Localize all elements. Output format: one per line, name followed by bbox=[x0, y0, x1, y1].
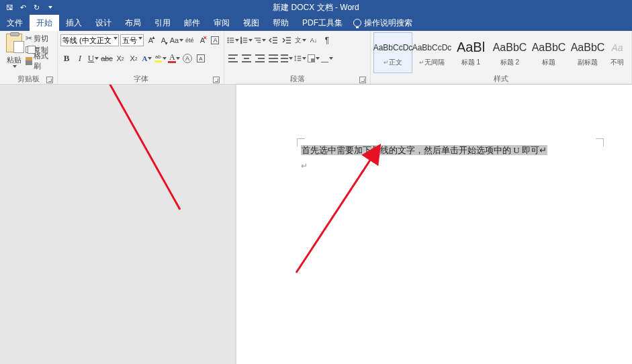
style-preview: Aa bbox=[611, 39, 623, 56]
style-name: 标题 2 bbox=[500, 58, 519, 67]
font-size-combo[interactable]: 五号 bbox=[120, 34, 143, 46]
distributed-button[interactable] bbox=[281, 52, 293, 64]
format-painter-label: 格式刷 bbox=[34, 51, 54, 71]
group-font: 等线 (中文正文 五号 A▲ A▼ Aa été A✕ A B I U abc … bbox=[58, 31, 224, 84]
grow-font-button[interactable]: A▲ bbox=[145, 34, 156, 46]
sort-button[interactable]: A↓ bbox=[308, 34, 320, 46]
group-paragraph-label: 段落 bbox=[290, 74, 305, 84]
svg-point-2 bbox=[228, 40, 229, 41]
style-preview: AaBbCcDc bbox=[412, 39, 452, 56]
svg-text:3: 3 bbox=[240, 41, 242, 44]
justify-button[interactable] bbox=[267, 52, 279, 64]
style-gallery[interactable]: AaBbCcDc ↵正文 AaBbCcDc ↵无间隔 AaBl 标题 1 AaB… bbox=[373, 32, 629, 73]
document-line-2[interactable]: ↵ bbox=[301, 161, 600, 171]
document-workspace: 首先选中需要加下划线的文字，然后单击开始选项中的 U 即可↵ ↵ bbox=[0, 85, 632, 364]
subscript-button[interactable]: X2 bbox=[114, 52, 126, 64]
redo-icon[interactable]: ↻ bbox=[31, 2, 42, 13]
align-center-button[interactable] bbox=[240, 52, 253, 64]
quick-access-toolbar: 🖫 ↶ ↻ bbox=[0, 2, 55, 13]
paste-button[interactable]: 粘贴 bbox=[3, 32, 26, 73]
highlight-icon bbox=[154, 54, 162, 62]
copy-icon bbox=[26, 46, 32, 53]
paste-icon bbox=[6, 34, 22, 52]
show-hide-button[interactable]: ¶ bbox=[321, 34, 333, 46]
multilevel-list-button[interactable] bbox=[254, 34, 266, 46]
style-name: 副标题 bbox=[578, 58, 598, 67]
style-name: 不明 bbox=[611, 58, 624, 67]
align-right-button[interactable] bbox=[254, 52, 266, 64]
tab-home[interactable]: 开始 bbox=[30, 15, 59, 31]
tab-design[interactable]: 设计 bbox=[89, 15, 118, 31]
increase-indent-button[interactable] bbox=[281, 34, 293, 46]
line-spacing-button[interactable] bbox=[294, 52, 306, 64]
character-shading-button[interactable]: A bbox=[181, 52, 193, 64]
tab-help[interactable]: 帮助 bbox=[266, 15, 296, 31]
italic-button[interactable]: I bbox=[74, 52, 86, 64]
document-line-1[interactable]: 首先选中需要加下划线的文字，然后单击开始选项中的 U 即可↵ bbox=[301, 144, 600, 157]
style-normal[interactable]: AaBbCcDc ↵正文 bbox=[373, 32, 412, 73]
tab-mailings[interactable]: 邮件 bbox=[177, 15, 207, 31]
bullets-button[interactable] bbox=[227, 34, 239, 46]
shrink-font-button[interactable]: A▼ bbox=[158, 34, 169, 46]
font-name-combo[interactable]: 等线 (中文正文 bbox=[60, 34, 119, 46]
tell-me-search[interactable]: 操作说明搜索 bbox=[349, 15, 412, 31]
borders-button[interactable] bbox=[321, 52, 333, 64]
style-preview: AaBl bbox=[457, 39, 485, 56]
style-heading1[interactable]: AaBl 标题 1 bbox=[451, 32, 490, 73]
asian-layout-button[interactable]: 文 bbox=[294, 34, 306, 46]
tab-references[interactable]: 引用 bbox=[148, 15, 177, 31]
svg-point-4 bbox=[228, 42, 229, 43]
clear-formatting-button[interactable]: A✕ bbox=[197, 34, 208, 46]
shading-button[interactable] bbox=[308, 52, 320, 64]
tab-review[interactable]: 审阅 bbox=[207, 15, 236, 31]
style-preview: AaBbC bbox=[532, 39, 566, 56]
cut-button[interactable]: ✂剪切 bbox=[26, 33, 54, 44]
document-page[interactable]: 首先选中需要加下划线的文字，然后单击开始选项中的 U 即可↵ ↵ bbox=[236, 85, 632, 364]
tab-file[interactable]: 文件 bbox=[0, 15, 30, 31]
group-paragraph: 123 文 A↓ ¶ 段落 bbox=[224, 31, 371, 84]
decrease-indent-button[interactable] bbox=[267, 34, 279, 46]
style-subtitle[interactable]: AaBbC 副标题 bbox=[568, 32, 607, 73]
undo-icon[interactable]: ↶ bbox=[17, 2, 28, 13]
align-left-button[interactable] bbox=[227, 52, 239, 64]
superscript-button[interactable]: X2 bbox=[128, 52, 140, 64]
strikethrough-button[interactable]: abc bbox=[101, 52, 113, 64]
tab-insert[interactable]: 插入 bbox=[59, 15, 89, 31]
font-color-button[interactable] bbox=[168, 52, 180, 64]
font-launcher[interactable] bbox=[213, 77, 220, 83]
scissors-icon: ✂ bbox=[26, 34, 32, 43]
brush-icon bbox=[26, 57, 32, 65]
phonetic-guide-button[interactable]: été bbox=[184, 34, 195, 46]
style-preview: AaBbC bbox=[571, 39, 605, 56]
underline-button[interactable]: U bbox=[87, 52, 99, 64]
style-name: 无间隔 bbox=[424, 58, 445, 66]
style-more[interactable]: Aa 不明 bbox=[607, 32, 627, 73]
numbering-button[interactable]: 123 bbox=[240, 34, 253, 46]
highlight-button[interactable] bbox=[154, 52, 167, 64]
style-title[interactable]: AaBbC 标题 bbox=[529, 32, 568, 73]
style-no-spacing[interactable]: AaBbCcDc ↵无间隔 bbox=[412, 32, 451, 73]
group-font-label: 字体 bbox=[134, 74, 148, 84]
style-name: 正文 bbox=[389, 58, 402, 66]
style-heading2[interactable]: AaBbC 标题 2 bbox=[490, 32, 529, 73]
clipboard-launcher[interactable] bbox=[46, 77, 53, 83]
selected-text[interactable]: 首先选中需要加下划线的文字，然后单击开始选项中的 U 即可↵ bbox=[301, 145, 547, 155]
format-painter-button[interactable]: 格式刷 bbox=[26, 56, 54, 66]
svg-line-26 bbox=[101, 85, 180, 210]
style-name: 标题 bbox=[542, 58, 555, 67]
character-border-button[interactable]: A bbox=[195, 52, 207, 64]
tab-pdf-tools[interactable]: PDF工具集 bbox=[296, 15, 349, 31]
paste-label: 粘贴 bbox=[7, 55, 21, 65]
save-icon[interactable]: 🖫 bbox=[4, 2, 15, 13]
text-effects-button[interactable]: A bbox=[141, 52, 153, 64]
qat-more-icon[interactable] bbox=[44, 2, 55, 13]
tab-view[interactable]: 视图 bbox=[236, 15, 266, 31]
style-preview: AaBbCcDc bbox=[373, 39, 412, 56]
paragraph-launcher[interactable] bbox=[359, 77, 366, 83]
tab-layout[interactable]: 布局 bbox=[118, 15, 148, 31]
enclose-characters-button[interactable]: A bbox=[210, 34, 221, 46]
style-name: 标题 1 bbox=[461, 58, 480, 67]
change-case-button[interactable]: Aa bbox=[171, 34, 183, 46]
ribbon-tabs: 文件 开始 插入 设计 布局 引用 邮件 审阅 视图 帮助 PDF工具集 操作说… bbox=[0, 15, 632, 31]
bold-button[interactable]: B bbox=[60, 52, 73, 64]
